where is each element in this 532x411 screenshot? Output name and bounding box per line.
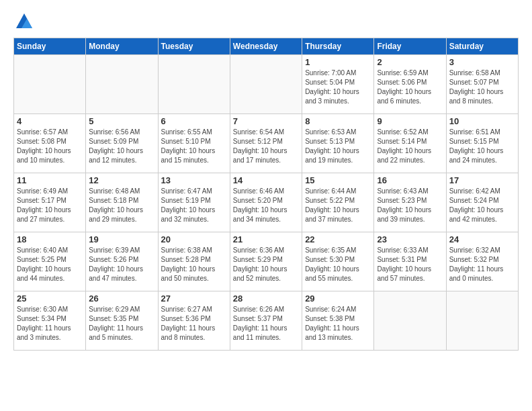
calendar-cell: 25Sunrise: 6:30 AM Sunset: 5:34 PM Dayli… — [14, 291, 86, 351]
day-number: 21 — [233, 234, 299, 244]
calendar-cell: 28Sunrise: 6:26 AM Sunset: 5:37 PM Dayli… — [230, 291, 302, 351]
day-number: 2 — [377, 57, 443, 67]
calendar-cell: 23Sunrise: 6:33 AM Sunset: 5:31 PM Dayli… — [374, 232, 446, 291]
calendar-cell: 17Sunrise: 6:42 AM Sunset: 5:24 PM Dayli… — [446, 173, 518, 232]
calendar-cell: 29Sunrise: 6:24 AM Sunset: 5:38 PM Dayli… — [302, 291, 374, 351]
calendar-cell: 1Sunrise: 7:00 AM Sunset: 5:04 PM Daylig… — [302, 55, 374, 114]
calendar-cell: 11Sunrise: 6:49 AM Sunset: 5:17 PM Dayli… — [14, 173, 86, 232]
weekday-header-wednesday: Wednesday — [230, 38, 302, 55]
calendar-cell: 3Sunrise: 6:58 AM Sunset: 5:07 PM Daylig… — [446, 55, 518, 114]
day-number: 12 — [89, 175, 154, 185]
cell-info: Sunrise: 6:57 AM Sunset: 5:08 PM Dayligh… — [17, 128, 83, 165]
cell-info: Sunrise: 6:33 AM Sunset: 5:31 PM Dayligh… — [377, 246, 443, 283]
day-number: 10 — [449, 116, 515, 126]
week-row-0: 1Sunrise: 7:00 AM Sunset: 5:04 PM Daylig… — [14, 55, 519, 114]
page: SundayMondayTuesdayWednesdayThursdayFrid… — [0, 0, 532, 357]
day-number: 15 — [305, 175, 371, 185]
week-row-1: 4Sunrise: 6:57 AM Sunset: 5:08 PM Daylig… — [14, 114, 519, 173]
day-number: 24 — [449, 234, 515, 244]
weekday-header-friday: Friday — [374, 38, 446, 55]
cell-info: Sunrise: 6:36 AM Sunset: 5:29 PM Dayligh… — [233, 246, 299, 283]
calendar-cell — [158, 55, 230, 114]
week-row-2: 11Sunrise: 6:49 AM Sunset: 5:17 PM Dayli… — [14, 173, 519, 232]
cell-info: Sunrise: 6:58 AM Sunset: 5:07 PM Dayligh… — [449, 68, 515, 106]
week-row-4: 25Sunrise: 6:30 AM Sunset: 5:34 PM Dayli… — [14, 291, 519, 351]
calendar-cell: 19Sunrise: 6:39 AM Sunset: 5:26 PM Dayli… — [86, 232, 158, 291]
day-number: 19 — [89, 234, 154, 244]
weekday-header-monday: Monday — [86, 38, 158, 55]
cell-info: Sunrise: 6:42 AM Sunset: 5:24 PM Dayligh… — [449, 187, 515, 224]
calendar-cell: 7Sunrise: 6:54 AM Sunset: 5:12 PM Daylig… — [230, 114, 302, 173]
day-number: 22 — [305, 234, 371, 244]
cell-info: Sunrise: 6:48 AM Sunset: 5:18 PM Dayligh… — [89, 187, 154, 224]
day-number: 16 — [377, 175, 443, 185]
calendar-cell: 22Sunrise: 6:35 AM Sunset: 5:30 PM Dayli… — [302, 232, 374, 291]
calendar-cell: 20Sunrise: 6:38 AM Sunset: 5:28 PM Dayli… — [158, 232, 230, 291]
weekday-header-row: SundayMondayTuesdayWednesdayThursdayFrid… — [14, 38, 519, 55]
cell-info: Sunrise: 7:00 AM Sunset: 5:04 PM Dayligh… — [305, 68, 371, 106]
week-row-3: 18Sunrise: 6:40 AM Sunset: 5:25 PM Dayli… — [14, 232, 519, 291]
calendar-cell: 13Sunrise: 6:47 AM Sunset: 5:19 PM Dayli… — [158, 173, 230, 232]
day-number: 14 — [233, 175, 299, 185]
calendar-cell: 10Sunrise: 6:51 AM Sunset: 5:15 PM Dayli… — [446, 114, 518, 173]
cell-info: Sunrise: 6:39 AM Sunset: 5:26 PM Dayligh… — [89, 246, 154, 283]
calendar-cell: 18Sunrise: 6:40 AM Sunset: 5:25 PM Dayli… — [14, 232, 86, 291]
day-number: 3 — [449, 57, 515, 67]
calendar-cell — [446, 291, 518, 351]
day-number: 7 — [233, 116, 299, 126]
calendar: SundayMondayTuesdayWednesdayThursdayFrid… — [13, 38, 519, 351]
calendar-cell: 16Sunrise: 6:43 AM Sunset: 5:23 PM Dayli… — [374, 173, 446, 232]
calendar-cell: 12Sunrise: 6:48 AM Sunset: 5:18 PM Dayli… — [86, 173, 158, 232]
weekday-header-thursday: Thursday — [302, 38, 374, 55]
cell-info: Sunrise: 6:38 AM Sunset: 5:28 PM Dayligh… — [161, 246, 227, 283]
cell-info: Sunrise: 6:26 AM Sunset: 5:37 PM Dayligh… — [233, 305, 299, 342]
day-number: 13 — [161, 175, 227, 185]
calendar-cell — [86, 55, 158, 114]
cell-info: Sunrise: 6:29 AM Sunset: 5:35 PM Dayligh… — [89, 305, 154, 342]
day-number: 18 — [17, 234, 83, 244]
calendar-cell — [374, 291, 446, 351]
calendar-cell: 5Sunrise: 6:56 AM Sunset: 5:09 PM Daylig… — [86, 114, 158, 173]
cell-info: Sunrise: 6:52 AM Sunset: 5:14 PM Dayligh… — [377, 128, 443, 165]
day-number: 11 — [17, 175, 83, 185]
calendar-cell: 2Sunrise: 6:59 AM Sunset: 5:06 PM Daylig… — [374, 55, 446, 114]
cell-info: Sunrise: 6:54 AM Sunset: 5:12 PM Dayligh… — [233, 128, 299, 165]
calendar-cell — [14, 55, 86, 114]
day-number: 6 — [161, 116, 227, 126]
header — [13, 12, 519, 31]
logo-icon — [15, 12, 34, 31]
calendar-cell: 8Sunrise: 6:53 AM Sunset: 5:13 PM Daylig… — [302, 114, 374, 173]
day-number: 1 — [305, 57, 371, 67]
day-number: 4 — [17, 116, 83, 126]
calendar-cell: 14Sunrise: 6:46 AM Sunset: 5:20 PM Dayli… — [230, 173, 302, 232]
cell-info: Sunrise: 6:43 AM Sunset: 5:23 PM Dayligh… — [377, 187, 443, 224]
cell-info: Sunrise: 6:53 AM Sunset: 5:13 PM Dayligh… — [305, 128, 371, 165]
day-number: 28 — [233, 293, 299, 304]
day-number: 17 — [449, 175, 515, 185]
cell-info: Sunrise: 6:32 AM Sunset: 5:32 PM Dayligh… — [449, 246, 515, 283]
cell-info: Sunrise: 6:30 AM Sunset: 5:34 PM Dayligh… — [17, 305, 83, 342]
calendar-cell: 21Sunrise: 6:36 AM Sunset: 5:29 PM Dayli… — [230, 232, 302, 291]
weekday-header-sunday: Sunday — [14, 38, 86, 55]
cell-info: Sunrise: 6:44 AM Sunset: 5:22 PM Dayligh… — [305, 187, 371, 224]
day-number: 5 — [89, 116, 154, 126]
calendar-cell: 4Sunrise: 6:57 AM Sunset: 5:08 PM Daylig… — [14, 114, 86, 173]
calendar-cell — [230, 55, 302, 114]
calendar-cell: 9Sunrise: 6:52 AM Sunset: 5:14 PM Daylig… — [374, 114, 446, 173]
logo — [13, 12, 34, 31]
day-number: 29 — [305, 293, 371, 304]
day-number: 27 — [161, 293, 227, 304]
calendar-cell: 24Sunrise: 6:32 AM Sunset: 5:32 PM Dayli… — [446, 232, 518, 291]
day-number: 20 — [161, 234, 227, 244]
weekday-header-saturday: Saturday — [446, 38, 518, 55]
cell-info: Sunrise: 6:35 AM Sunset: 5:30 PM Dayligh… — [305, 246, 371, 283]
day-number: 25 — [17, 293, 83, 304]
cell-info: Sunrise: 6:40 AM Sunset: 5:25 PM Dayligh… — [17, 246, 83, 283]
calendar-cell: 26Sunrise: 6:29 AM Sunset: 5:35 PM Dayli… — [86, 291, 158, 351]
cell-info: Sunrise: 6:59 AM Sunset: 5:06 PM Dayligh… — [377, 68, 443, 106]
cell-info: Sunrise: 6:49 AM Sunset: 5:17 PM Dayligh… — [17, 187, 83, 224]
day-number: 8 — [305, 116, 371, 126]
weekday-header-tuesday: Tuesday — [158, 38, 230, 55]
calendar-cell: 6Sunrise: 6:55 AM Sunset: 5:10 PM Daylig… — [158, 114, 230, 173]
calendar-cell: 27Sunrise: 6:27 AM Sunset: 5:36 PM Dayli… — [158, 291, 230, 351]
